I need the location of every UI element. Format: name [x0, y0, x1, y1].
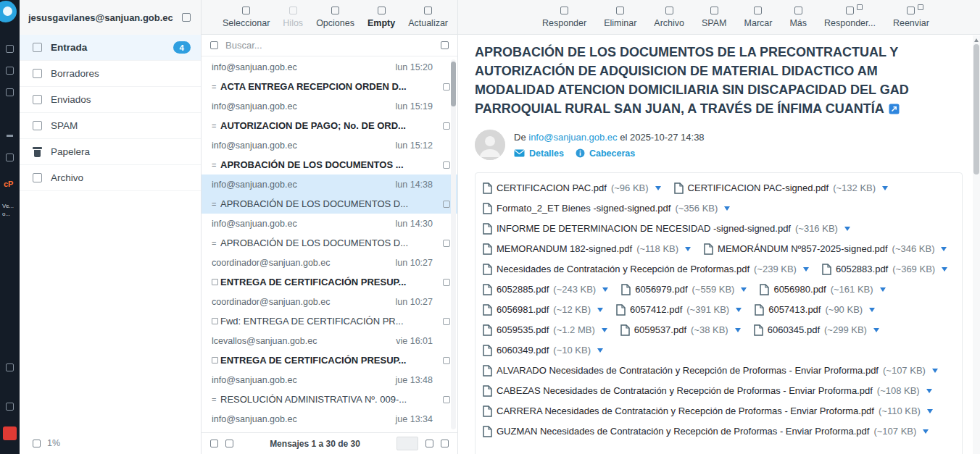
message-list-item[interactable]: info@sanjuan.gob.ec lun 15:19 = AUTORIZA… — [202, 96, 457, 135]
attachment-item[interactable]: 6056981.pdf (~12 KB) — [483, 300, 603, 320]
list-toolbar-button[interactable]: Empty — [361, 7, 402, 28]
list-toolbar-button[interactable]: Seleccionar — [216, 7, 276, 28]
attachment-menu-caret[interactable] — [927, 409, 933, 413]
attachment-item[interactable]: INFORME DE DETERMINACION DE NECESIDAD -s… — [483, 219, 850, 239]
folder-item[interactable]: Borradores — [20, 61, 201, 87]
attachment-menu-caret[interactable] — [597, 308, 603, 312]
flag-icon[interactable] — [443, 240, 450, 247]
attachment-item[interactable]: CABEZAS Necesidades de Contratación y Re… — [483, 381, 932, 401]
attachment-menu-caret[interactable] — [882, 186, 888, 190]
taskbar-app-icon[interactable] — [6, 154, 14, 161]
logout-icon[interactable] — [3, 426, 17, 440]
attachment-menu-caret[interactable] — [724, 206, 730, 211]
taskbar-extra2-icon[interactable] — [6, 403, 14, 411]
attachment-item[interactable]: CERTIFICACION PAC-signed.pdf (~132 KB) — [674, 178, 888, 198]
message-list-item[interactable]: info@sanjuan.gob.ec jue 13:48 = RESOLUCI… — [202, 370, 457, 409]
message-list-item[interactable]: coordinador@sanjuan.gob.ec lun 10:27 Fwd… — [202, 292, 457, 331]
attachment-item[interactable]: 6056980.pdf (~161 KB) — [760, 279, 885, 300]
view-toolbar-button[interactable]: Responder — [536, 7, 593, 28]
attachment-item[interactable]: 6059537.pdf (~38 KB) — [620, 320, 741, 340]
attachment-menu-caret[interactable] — [602, 328, 607, 332]
view-scrollbar[interactable] — [973, 35, 980, 454]
flag-icon[interactable] — [443, 201, 450, 208]
attachment-item[interactable]: 6057413.pdf (~90 KB) — [755, 300, 875, 320]
attachment-menu-caret[interactable] — [873, 328, 879, 332]
message-list-item[interactable]: info@sanjuan.gob.ec jue 13:34 = — [202, 409, 457, 432]
attachment-menu-caret[interactable] — [869, 308, 875, 312]
taskbar-settings-icon[interactable] — [6, 88, 14, 96]
message-list-item[interactable]: info@sanjuan.gob.ec lun 15:20 = ACTA ENT… — [202, 57, 457, 96]
view-toolbar-button[interactable]: Responder... — [818, 7, 882, 28]
attachment-menu-caret[interactable] — [803, 267, 809, 272]
attachment-menu-caret[interactable] — [880, 287, 886, 292]
folder-item[interactable]: Archivo — [20, 165, 201, 191]
attachment-item[interactable]: 6057412.pdf (~391 KB) — [616, 300, 742, 320]
list-toolbar-button[interactable]: Hilos — [276, 7, 310, 28]
folder-item[interactable]: Enviados — [20, 87, 201, 113]
flag-icon[interactable] — [443, 83, 450, 91]
attachment-menu-caret[interactable] — [942, 267, 947, 272]
attachment-item[interactable]: Necesidades de Contratación y Recepción … — [483, 259, 809, 279]
attachment-menu-caret[interactable] — [597, 348, 603, 353]
flag-icon[interactable] — [443, 396, 450, 403]
attachment-item[interactable]: MEMORANDUM 182-signed.pdf (~118 KB) — [483, 239, 691, 259]
message-list-item[interactable]: coordinador@sanjuan.gob.ec lun 10:27 ENT… — [202, 253, 457, 292]
attachment-item[interactable]: Formato_2_ET Bienes -signed-signed.pdf (… — [483, 198, 730, 219]
flag-icon[interactable] — [443, 161, 450, 169]
folder-item[interactable]: Papelera — [20, 139, 201, 165]
view-toolbar-button[interactable]: Eliminar — [597, 7, 643, 28]
search-input[interactable] — [225, 40, 433, 51]
attachment-menu-caret[interactable] — [685, 247, 691, 251]
search-icon[interactable] — [210, 41, 218, 49]
list-toolbar-button[interactable]: Actualizar — [402, 7, 454, 28]
attachment-menu-caret[interactable] — [941, 247, 947, 251]
taskbar-extra-icon[interactable] — [6, 363, 14, 371]
scrollbar-up-arrow[interactable] — [974, 38, 979, 42]
headers-toggle[interactable]: Cabeceras — [576, 148, 635, 159]
message-list-item[interactable]: info@sanjuan.gob.ec lun 14:38 = APROBACI… — [202, 175, 457, 214]
attachment-item[interactable]: CERTIFICACION PAC.pdf (~96 KB) — [483, 178, 661, 198]
attachment-menu-caret[interactable] — [741, 287, 747, 292]
open-in-new-window-icon[interactable] — [889, 101, 900, 120]
list-scrollbar[interactable] — [451, 59, 456, 429]
attachment-menu-caret[interactable] — [923, 429, 929, 434]
search-options-icon[interactable] — [441, 41, 449, 49]
page-input[interactable] — [396, 437, 418, 450]
view-toolbar-button[interactable]: Reenviar — [886, 7, 936, 28]
folder-item[interactable]: Entrada 4 — [20, 35, 201, 61]
message-list-item[interactable]: info@sanjuan.gob.ec lun 14:30 = APROBACI… — [202, 214, 457, 253]
attachment-item[interactable]: 6059535.pdf (~1.2 MB) — [483, 320, 607, 340]
view-toolbar-button[interactable]: SPAM — [695, 7, 734, 28]
taskbar-mail-icon[interactable] — [6, 45, 14, 53]
attachment-item[interactable]: CARRERA Necesidades de Contratación y Re… — [483, 401, 933, 421]
flag-icon[interactable] — [443, 122, 450, 130]
message-list-item[interactable]: lcevallos@sanjuan.gob.ec vie 16:01 ENTRE… — [202, 331, 457, 370]
attachment-menu-caret[interactable] — [926, 389, 932, 393]
attachment-item[interactable]: MEMORÁNDUM Nº857-2025-signed.pdf (~346 K… — [704, 239, 947, 259]
attachment-menu-caret[interactable] — [735, 328, 741, 332]
attachment-item[interactable]: ALVARADO Necesidades de Contratación y R… — [483, 361, 938, 381]
view-scrollbar-thumb[interactable] — [973, 44, 979, 175]
prev-page-icon[interactable] — [425, 440, 433, 447]
attachment-item[interactable]: 6056979.pdf (~559 KB) — [621, 279, 747, 300]
attachment-menu-caret[interactable] — [932, 369, 938, 373]
view-toolbar-button[interactable]: Más — [783, 7, 813, 28]
attachment-menu-caret[interactable] — [602, 287, 608, 292]
attachment-menu-caret[interactable] — [655, 186, 661, 190]
next-page-icon[interactable] — [441, 440, 449, 447]
folder-item[interactable]: SPAM — [20, 113, 201, 139]
select-all-checkbox[interactable] — [210, 440, 218, 447]
sender-email-link[interactable]: info@sanjuan.gob.ec — [528, 132, 617, 143]
flag-icon[interactable] — [443, 357, 450, 364]
details-toggle[interactable]: Detalles — [514, 148, 564, 159]
flag-icon[interactable] — [443, 279, 450, 286]
view-toolbar-button[interactable]: Marcar — [738, 7, 779, 28]
attachment-menu-caret[interactable] — [844, 227, 850, 231]
message-list-item[interactable]: info@sanjuan.gob.ec lun 15:12 = APROBACI… — [202, 135, 457, 175]
attachment-item[interactable]: 6052883.pdf (~369 KB) — [822, 259, 947, 279]
list-options-icon[interactable] — [225, 440, 233, 447]
attachment-item[interactable]: 6052885.pdf (~243 KB) — [483, 279, 608, 300]
compose-icon[interactable] — [182, 13, 191, 22]
attachment-item[interactable]: GUZMAN Necesidades de Contratación y Rec… — [483, 421, 929, 442]
flag-icon[interactable] — [443, 318, 450, 325]
